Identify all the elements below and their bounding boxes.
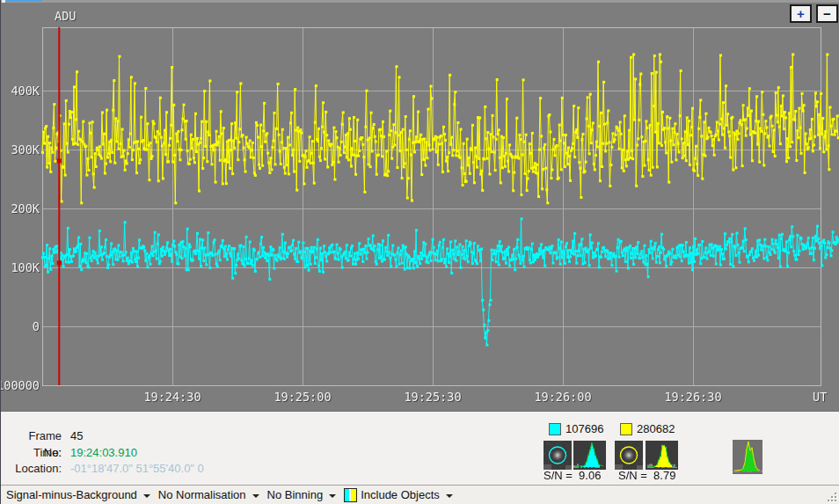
time-label: Time: (9, 445, 62, 462)
zoom-out-button[interactable]: − (816, 4, 838, 23)
cyan-object-psf-thumbnail (573, 441, 606, 470)
frame-number-row: Frame No: 45 (9, 428, 204, 445)
y-tick-label: 400K (11, 84, 40, 98)
normalisation-dropdown[interactable]: No Normalisation (158, 488, 259, 501)
chevron-down-icon (446, 494, 453, 498)
x-tick-label: 19:25:30 (389, 390, 477, 404)
light-curve-chart-panel: ADU UT 400K300K200K100K0100000 19:24:301… (0, 3, 839, 411)
tangra-light-curve-window: ADU UT 400K300K200K100K0100000 19:24:301… (0, 0, 839, 504)
yellow-object-psf-thumbnail (646, 441, 678, 470)
y-tick-label: 100K (11, 260, 40, 274)
y-tick-label: 100000 (0, 378, 40, 392)
frame-number-value: 45 (70, 428, 83, 445)
location-label: Location: (9, 461, 62, 478)
x-tick-label: 19:25:00 (259, 390, 347, 404)
legend-item-cyan: 107696 (549, 422, 603, 435)
cyan-series-value: 107696 (565, 422, 603, 435)
yellow-object-chip (351, 489, 356, 501)
reference-psf-thumbnail (733, 440, 762, 474)
light-curve-canvas[interactable] (0, 3, 839, 411)
chevron-down-icon (252, 494, 259, 498)
reduction-mode-label: Signal-minus-Background (6, 488, 137, 501)
include-objects-dropdown[interactable]: Include Objects (344, 488, 453, 502)
x-tick-label: 19:26:30 (649, 390, 737, 404)
binning-dropdown[interactable]: No Binning (267, 488, 337, 501)
status-toolbar: Signal-minus-Background No Normalisation… (0, 485, 839, 504)
yellow-object-star-thumbnail (615, 441, 643, 470)
frame-number-label: Frame No: (9, 428, 62, 445)
x-tick-label: 19:26:00 (519, 390, 607, 404)
time-value: 19:24:03.910 (70, 445, 137, 462)
top-strip-blue-tab-fragment (6, 0, 42, 2)
x-tick-label: 19:24:30 (128, 390, 216, 404)
x-axis-title: UT (813, 390, 827, 404)
cyan-sn-value: S/N = 9.06 (544, 469, 601, 482)
frame-info-grid: Frame No: 45 Time: 19:24:03.910 Location… (9, 428, 204, 478)
reduction-mode-dropdown[interactable]: Signal-minus-Background (6, 488, 150, 501)
location-value: -01°18'47.0" 51°55'40.0" 0 (70, 461, 204, 478)
resize-grip[interactable] (826, 491, 836, 501)
chevron-down-icon (329, 494, 336, 498)
cyan-object-star-thumbnail (544, 441, 572, 470)
location-row: Location: -01°18'47.0" 51°55'40.0" 0 (9, 461, 204, 478)
y-tick-label: 0 (33, 319, 40, 333)
include-objects-icon (344, 488, 357, 502)
cyan-series-swatch (549, 423, 561, 435)
legend-item-yellow: 280682 (620, 422, 675, 435)
frame-info-panel: Frame No: 45 Time: 19:24:03.910 Location… (0, 411, 839, 485)
zoom-in-button[interactable]: + (790, 4, 812, 23)
y-tick-label: 200K (11, 201, 40, 215)
window-left-border (0, 0, 1, 504)
yellow-series-value: 280682 (637, 422, 675, 435)
y-tick-label: 300K (11, 142, 40, 157)
yellow-sn-value: S/N = 8.79 (618, 469, 675, 482)
y-axis-title: ADU (55, 9, 76, 23)
normalisation-label: No Normalisation (158, 488, 246, 501)
chevron-down-icon (143, 494, 150, 498)
yellow-series-swatch (620, 423, 632, 435)
binning-label: No Binning (267, 488, 324, 501)
time-row: Time: 19:24:03.910 (9, 445, 204, 462)
include-objects-label: Include Objects (361, 488, 440, 501)
